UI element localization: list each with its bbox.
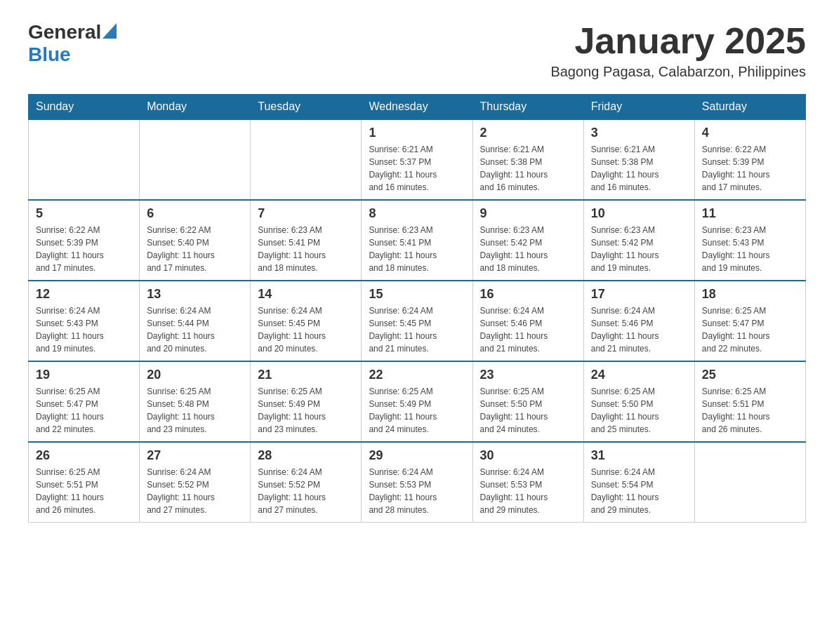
day-cell: 17Sunrise: 6:24 AMSunset: 5:46 PMDayligh… [583,281,694,361]
day-cell: 6Sunrise: 6:22 AMSunset: 5:40 PMDaylight… [140,200,251,281]
day-number: 24 [591,368,687,382]
header-tuesday: Tuesday [251,95,362,120]
day-number: 4 [702,126,798,140]
day-info: Sunrise: 6:25 AMSunset: 5:47 PMDaylight:… [36,385,132,436]
day-info: Sunrise: 6:23 AMSunset: 5:41 PMDaylight:… [369,224,465,274]
day-cell: 9Sunrise: 6:23 AMSunset: 5:42 PMDaylight… [472,200,583,281]
day-cell: 13Sunrise: 6:24 AMSunset: 5:44 PMDayligh… [140,281,251,361]
svg-marker-0 [102,23,117,39]
day-info: Sunrise: 6:24 AMSunset: 5:54 PMDaylight:… [591,466,687,516]
day-info: Sunrise: 6:24 AMSunset: 5:52 PMDaylight:… [147,466,243,516]
day-number: 31 [591,448,687,463]
header-monday: Monday [140,95,251,120]
day-cell: 25Sunrise: 6:25 AMSunset: 5:51 PMDayligh… [694,361,805,442]
day-number: 27 [147,448,243,463]
day-cell: 19Sunrise: 6:25 AMSunset: 5:47 PMDayligh… [29,361,140,442]
day-cell: 15Sunrise: 6:24 AMSunset: 5:45 PMDayligh… [362,281,472,361]
day-number: 29 [369,448,465,463]
day-number: 16 [480,287,576,302]
day-cell: 11Sunrise: 6:23 AMSunset: 5:43 PMDayligh… [694,200,805,281]
day-number: 5 [36,206,132,221]
day-info: Sunrise: 6:24 AMSunset: 5:44 PMDaylight:… [147,304,243,355]
day-cell: 7Sunrise: 6:23 AMSunset: 5:41 PMDaylight… [251,200,362,281]
day-cell: 12Sunrise: 6:24 AMSunset: 5:43 PMDayligh… [29,281,140,361]
day-info: Sunrise: 6:21 AMSunset: 5:38 PMDaylight:… [591,143,687,194]
day-info: Sunrise: 6:21 AMSunset: 5:38 PMDaylight:… [480,143,576,194]
day-number: 23 [480,368,576,382]
day-info: Sunrise: 6:24 AMSunset: 5:53 PMDaylight:… [369,466,465,516]
day-number: 3 [591,126,687,140]
day-cell [29,119,140,200]
day-info: Sunrise: 6:22 AMSunset: 5:39 PMDaylight:… [702,143,798,194]
header-thursday: Thursday [472,95,583,120]
day-info: Sunrise: 6:23 AMSunset: 5:42 PMDaylight:… [480,224,576,274]
week-row-3: 12Sunrise: 6:24 AMSunset: 5:43 PMDayligh… [29,281,806,361]
day-info: Sunrise: 6:25 AMSunset: 5:48 PMDaylight:… [147,385,243,436]
calendar-table: SundayMondayTuesdayWednesdayThursdayFrid… [28,94,806,523]
day-cell: 14Sunrise: 6:24 AMSunset: 5:45 PMDayligh… [251,281,362,361]
logo: General Blue [28,21,117,66]
day-info: Sunrise: 6:25 AMSunset: 5:50 PMDaylight:… [480,385,576,436]
logo-general-text: General [28,21,101,43]
day-info: Sunrise: 6:24 AMSunset: 5:46 PMDaylight:… [591,304,687,355]
day-info: Sunrise: 6:21 AMSunset: 5:37 PMDaylight:… [369,143,465,194]
day-cell: 24Sunrise: 6:25 AMSunset: 5:50 PMDayligh… [583,361,694,442]
day-cell: 10Sunrise: 6:23 AMSunset: 5:42 PMDayligh… [583,200,694,281]
day-info: Sunrise: 6:25 AMSunset: 5:49 PMDaylight:… [258,385,354,436]
day-number: 8 [369,206,465,221]
day-info: Sunrise: 6:25 AMSunset: 5:51 PMDaylight:… [36,466,132,516]
day-info: Sunrise: 6:24 AMSunset: 5:52 PMDaylight:… [258,466,354,516]
day-number: 6 [147,206,243,221]
day-number: 7 [258,206,354,221]
day-cell: 21Sunrise: 6:25 AMSunset: 5:49 PMDayligh… [251,361,362,442]
title-area: January 2025 Bagong Pagasa, Calabarzon, … [550,21,806,80]
logo-triangle-icon [102,23,117,39]
day-cell: 8Sunrise: 6:23 AMSunset: 5:41 PMDaylight… [362,200,472,281]
week-row-2: 5Sunrise: 6:22 AMSunset: 5:39 PMDaylight… [29,200,806,281]
day-cell: 3Sunrise: 6:21 AMSunset: 5:38 PMDaylight… [583,119,694,200]
day-number: 20 [147,368,243,382]
day-info: Sunrise: 6:24 AMSunset: 5:43 PMDaylight:… [36,304,132,355]
day-cell [140,119,251,200]
day-cell: 28Sunrise: 6:24 AMSunset: 5:52 PMDayligh… [251,442,362,523]
day-info: Sunrise: 6:23 AMSunset: 5:41 PMDaylight:… [258,224,354,274]
day-info: Sunrise: 6:23 AMSunset: 5:42 PMDaylight:… [591,224,687,274]
day-cell: 27Sunrise: 6:24 AMSunset: 5:52 PMDayligh… [140,442,251,523]
calendar-subtitle: Bagong Pagasa, Calabarzon, Philippines [550,64,806,80]
day-number: 13 [147,287,243,302]
day-cell: 1Sunrise: 6:21 AMSunset: 5:37 PMDaylight… [362,119,472,200]
day-info: Sunrise: 6:24 AMSunset: 5:45 PMDaylight:… [369,304,465,355]
day-info: Sunrise: 6:24 AMSunset: 5:45 PMDaylight:… [258,304,354,355]
day-number: 15 [369,287,465,302]
day-cell: 31Sunrise: 6:24 AMSunset: 5:54 PMDayligh… [583,442,694,523]
day-number: 10 [591,206,687,221]
day-cell: 22Sunrise: 6:25 AMSunset: 5:49 PMDayligh… [362,361,472,442]
day-cell: 29Sunrise: 6:24 AMSunset: 5:53 PMDayligh… [362,442,472,523]
day-number: 30 [480,448,576,463]
header-saturday: Saturday [694,95,805,120]
day-info: Sunrise: 6:24 AMSunset: 5:53 PMDaylight:… [480,466,576,516]
day-cell: 23Sunrise: 6:25 AMSunset: 5:50 PMDayligh… [472,361,583,442]
day-number: 19 [36,368,132,382]
day-info: Sunrise: 6:22 AMSunset: 5:39 PMDaylight:… [36,224,132,274]
day-info: Sunrise: 6:22 AMSunset: 5:40 PMDaylight:… [147,224,243,274]
day-number: 22 [369,368,465,382]
day-cell: 18Sunrise: 6:25 AMSunset: 5:47 PMDayligh… [694,281,805,361]
day-number: 28 [258,448,354,463]
header-friday: Friday [583,95,694,120]
logo-blue-text: Blue [28,43,71,66]
day-cell: 30Sunrise: 6:24 AMSunset: 5:53 PMDayligh… [472,442,583,523]
day-number: 17 [591,287,687,302]
day-cell [694,442,805,523]
day-number: 18 [702,287,798,302]
page-header: General Blue January 2025 Bagong Pagasa,… [28,21,806,80]
day-number: 21 [258,368,354,382]
day-number: 2 [480,126,576,140]
day-info: Sunrise: 6:25 AMSunset: 5:49 PMDaylight:… [369,385,465,436]
day-info: Sunrise: 6:25 AMSunset: 5:51 PMDaylight:… [702,385,798,436]
day-number: 14 [258,287,354,302]
day-info: Sunrise: 6:24 AMSunset: 5:46 PMDaylight:… [480,304,576,355]
day-number: 11 [702,206,798,221]
week-row-4: 19Sunrise: 6:25 AMSunset: 5:47 PMDayligh… [29,361,806,442]
header-wednesday: Wednesday [362,95,472,120]
